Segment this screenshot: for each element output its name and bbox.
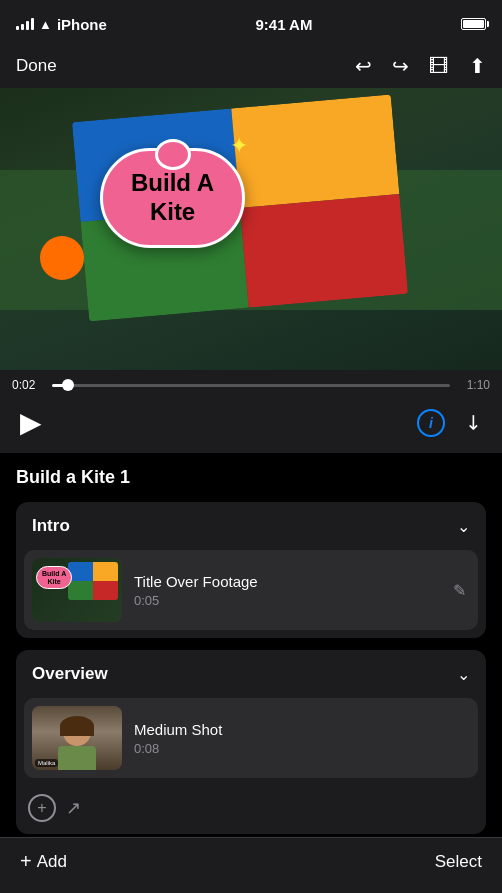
kite-panel-yellow <box>231 94 399 208</box>
time-start: 0:02 <box>12 378 42 392</box>
overview-add-row: + ↗ <box>16 786 486 834</box>
kite-scene: ✦ Build AKite <box>0 88 502 370</box>
progress-thumb[interactable] <box>62 379 74 391</box>
expand-button[interactable]: ↗ <box>459 408 488 437</box>
signal-bars <box>16 18 34 30</box>
chevron-down-icon-2: ⌄ <box>457 665 470 684</box>
thumb2-label: Malika <box>35 759 58 767</box>
clip-duration-1: 0:05 <box>134 593 437 608</box>
clip-thumbnail-person: Malika <box>32 706 122 770</box>
battery-icon <box>461 18 486 30</box>
thumb2-person <box>53 718 101 770</box>
battery-fill <box>463 20 484 28</box>
time-display: 9:41 AM <box>255 16 312 33</box>
thumb1-kite <box>68 562 118 600</box>
select-button[interactable]: Select <box>435 852 482 872</box>
bottom-toolbar: + Add Select <box>0 837 502 893</box>
video-background: ✦ Build AKite <box>0 88 502 370</box>
add-clip-button[interactable]: + <box>28 794 56 822</box>
thumb2-head <box>63 718 91 746</box>
share-button[interactable]: ⬆ <box>469 54 486 78</box>
playback-controls: ▶ i ↗ <box>0 396 502 453</box>
control-right: i ↗ <box>417 409 482 437</box>
clip-thumb-bg-2: Malika <box>32 706 122 770</box>
clip-info-title: Title Over Footage 0:05 <box>134 573 437 608</box>
toolbar: Done ↩ ↪ 🎞 ⬆ <box>0 44 502 88</box>
section-intro: Intro ⌄ Build AKite Title Over Footage 0 <box>16 502 486 638</box>
progress-track[interactable] <box>52 384 450 387</box>
redo-button[interactable]: ↪ <box>392 54 409 78</box>
section-overview-label: Overview <box>32 664 108 684</box>
orange-circle <box>40 236 84 280</box>
clip-edit-icon-1[interactable]: ✎ <box>449 577 470 604</box>
content-area: Build a Kite 1 Intro ⌄ Build AKite <box>0 453 502 893</box>
time-end: 1:10 <box>460 378 490 392</box>
clip-name-1: Title Over Footage <box>134 573 437 590</box>
clip-item-title-footage[interactable]: Build AKite Title Over Footage 0:05 ✎ <box>24 550 478 630</box>
title-overlay: Build AKite <box>100 148 245 248</box>
play-button[interactable]: ▶ <box>20 406 42 439</box>
wifi-icon: ▲ <box>39 17 52 32</box>
undo-button[interactable]: ↩ <box>355 54 372 78</box>
section-intro-label: Intro <box>32 516 70 536</box>
film-icon[interactable]: 🎞 <box>429 55 449 78</box>
sparkle-icon: ✦ <box>230 133 248 159</box>
clip-thumb-bg-1: Build AKite <box>32 558 122 622</box>
status-right <box>461 18 486 30</box>
clip-name-2: Medium Shot <box>134 721 470 738</box>
status-bar: ▲ iPhone 9:41 AM <box>0 0 502 44</box>
kite-panel-red <box>240 194 408 308</box>
insert-indicator-icon: ↗ <box>66 797 81 819</box>
section-overview: Overview ⌄ Malika Medium Shot 0:08 <box>16 650 486 834</box>
clip-info-person: Medium Shot 0:08 <box>134 721 470 756</box>
section-intro-header[interactable]: Intro ⌄ <box>16 502 486 550</box>
thumb2-body <box>58 746 96 770</box>
project-title: Build a Kite 1 <box>16 467 486 488</box>
add-icon: + <box>20 850 32 873</box>
thumb1-bubble: Build AKite <box>36 566 72 589</box>
toolbar-actions: ↩ ↪ 🎞 ⬆ <box>355 54 486 78</box>
done-button[interactable]: Done <box>16 56 355 76</box>
section-overview-header[interactable]: Overview ⌄ <box>16 650 486 698</box>
video-title-text: Build AKite <box>131 169 214 227</box>
clip-thumbnail-title: Build AKite <box>32 558 122 622</box>
add-label: Add <box>37 852 67 872</box>
info-button[interactable]: i <box>417 409 445 437</box>
progress-bar-container[interactable]: 0:02 1:10 <box>0 370 502 396</box>
add-button[interactable]: + Add <box>20 850 67 873</box>
clip-duration-2: 0:08 <box>134 741 470 756</box>
carrier-label: iPhone <box>57 16 107 33</box>
thumb2-hair <box>60 716 94 736</box>
status-left: ▲ iPhone <box>16 16 107 33</box>
clip-item-medium-shot[interactable]: Malika Medium Shot 0:08 <box>24 698 478 778</box>
video-player: ✦ Build AKite <box>0 88 502 370</box>
chevron-down-icon: ⌄ <box>457 517 470 536</box>
